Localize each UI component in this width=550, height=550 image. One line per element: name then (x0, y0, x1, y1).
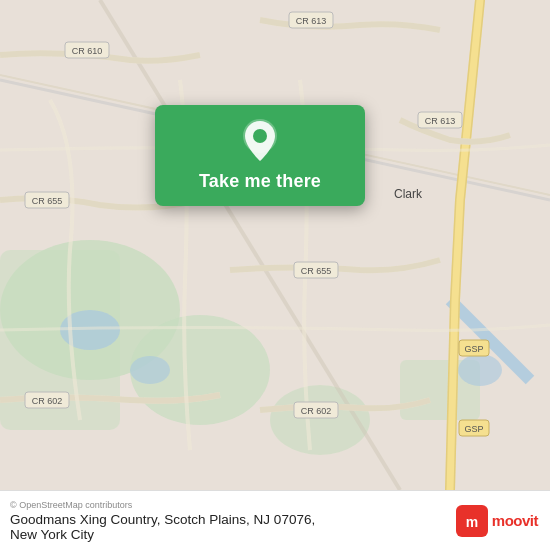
map-container: CR 610 CR 613 CR 613 CR 655 CR 655 CR 60… (0, 0, 550, 490)
svg-point-8 (458, 354, 502, 386)
map-svg: CR 610 CR 613 CR 613 CR 655 CR 655 CR 60… (0, 0, 550, 490)
moovit-icon: m (456, 505, 488, 537)
svg-text:CR 602: CR 602 (32, 396, 63, 406)
svg-text:CR 610: CR 610 (72, 46, 103, 56)
location-card: Take me there (155, 105, 365, 206)
svg-point-32 (253, 129, 267, 143)
svg-text:GSP: GSP (464, 344, 483, 354)
moovit-logo: m moovit (456, 505, 538, 537)
svg-text:m: m (466, 514, 478, 530)
location-pin-icon (241, 119, 279, 163)
svg-point-7 (130, 356, 170, 384)
svg-text:CR 655: CR 655 (301, 266, 332, 276)
attribution-text: © OpenStreetMap contributors (10, 500, 315, 510)
location-name: Goodmans Xing Country, Scotch Plains, NJ… (10, 512, 315, 527)
location-city: New York City (10, 527, 315, 542)
svg-text:GSP: GSP (464, 424, 483, 434)
svg-text:Clark: Clark (394, 187, 423, 201)
svg-text:CR 613: CR 613 (296, 16, 327, 26)
svg-text:CR 602: CR 602 (301, 406, 332, 416)
svg-text:CR 613: CR 613 (425, 116, 456, 126)
bottom-bar: © OpenStreetMap contributors Goodmans Xi… (0, 490, 550, 550)
take-me-there-button[interactable]: Take me there (199, 171, 321, 192)
moovit-label: moovit (492, 512, 538, 529)
svg-text:CR 655: CR 655 (32, 196, 63, 206)
bottom-left: © OpenStreetMap contributors Goodmans Xi… (10, 500, 315, 542)
